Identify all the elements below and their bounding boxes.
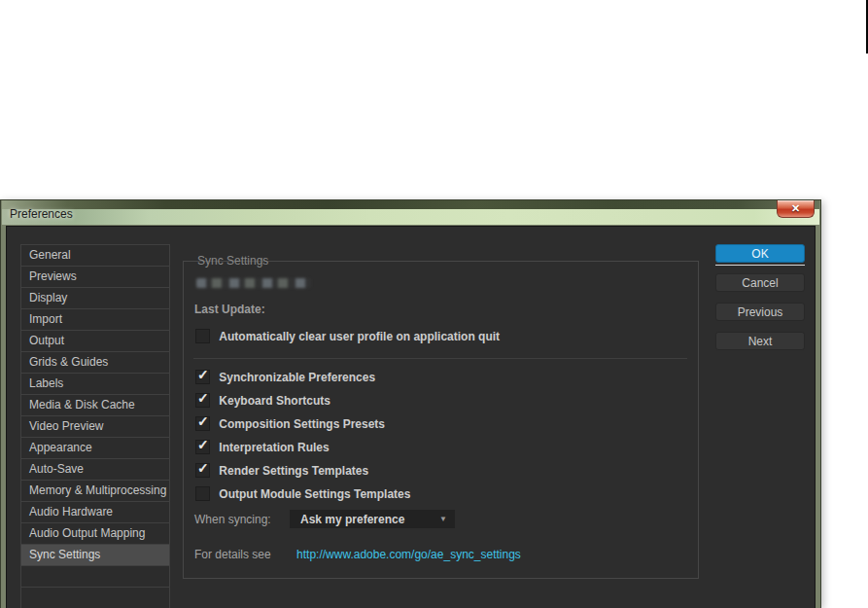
checkbox-icon[interactable]: ✓ [195,440,210,454]
close-icon: ✕ [791,202,800,214]
when-syncing-row: When syncing: Ask my preference ▼ [194,513,271,531]
sidebar-item-audio-hardware[interactable]: Audio Hardware [21,502,169,523]
sync-item-keyboard-shortcuts[interactable]: ✓ Keyboard Shortcuts [195,393,330,409]
cancel-button[interactable]: Cancel [715,273,805,292]
sidebar-item-previews[interactable]: Previews [21,267,169,288]
sidebar-item-media-disk-cache[interactable]: Media & Disk Cache [21,395,169,416]
when-syncing-value: Ask my preference [300,513,404,526]
previous-button[interactable]: Previous [715,303,805,321]
details-row: For details see http://www.adobe.com/go/… [194,548,521,561]
sync-settings-help-link[interactable]: http://www.adobe.com/go/ae_sync_settings [296,548,521,561]
close-button[interactable]: ✕ [777,200,815,218]
when-syncing-label: When syncing: [194,513,271,526]
checkbox-icon[interactable] [195,486,210,501]
sync-item-output-module-settings-templates[interactable]: Output Module Settings Templates [195,486,410,502]
details-label: For details see [194,548,271,561]
dialog-content: General Previews Display Import Output G… [6,226,816,608]
check-icon: ✓ [197,460,209,476]
checkbox-icon[interactable]: ✓ [195,370,210,384]
titlebar[interactable]: Preferences ✕ [2,200,819,225]
checkbox-icon[interactable]: ✓ [195,416,210,431]
sync-settings-group: Sync Settings Last Update: Automatically… [183,261,699,579]
ok-button[interactable]: OK [715,244,805,263]
sync-item-composition-settings-presets[interactable]: ✓ Composition Settings Presets [195,416,385,432]
sidebar-item-output[interactable]: Output [21,331,169,352]
next-button[interactable]: Next [715,332,805,350]
sidebar-item-appearance[interactable]: Appearance [21,438,169,459]
last-update-label: Last Update: [194,303,265,316]
checkbox-icon[interactable]: ✓ [195,463,210,478]
checkbox-icon[interactable] [195,329,210,343]
when-syncing-dropdown[interactable]: Ask my preference ▼ [290,510,455,528]
sidebar-item-display[interactable]: Display [21,288,169,309]
sidebar-item-grids-guides[interactable]: Grids & Guides [21,352,169,374]
window-title: Preferences [10,207,73,221]
sidebar-item-import[interactable]: Import [21,309,169,331]
ok-focus-underline [715,265,805,266]
sidebar-empty-row [21,566,169,588]
sidebar-item-video-preview[interactable]: Video Preview [21,416,169,438]
preferences-dialog: Preferences ✕ General Previews Display I… [0,199,821,608]
check-icon: ✓ [197,390,209,406]
sync-item-synchronizable-preferences[interactable]: ✓ Synchronizable Preferences [195,370,375,385]
sidebar-empty-row [21,588,169,608]
sidebar-item-general[interactable]: General [21,245,169,267]
sync-item-render-settings-templates[interactable]: ✓ Render Settings Templates [195,463,368,479]
signed-in-account-redacted-text [196,278,311,288]
clear-profile-label: Automatically clear user profile on appl… [219,330,500,343]
sidebar-item-auto-save[interactable]: Auto-Save [21,459,169,481]
category-list: General Previews Display Import Output G… [20,244,170,608]
check-icon: ✓ [197,413,209,429]
clear-profile-checkbox-row[interactable]: Automatically clear user profile on appl… [195,329,500,344]
sidebar-item-labels[interactable]: Labels [21,374,169,395]
group-title: Sync Settings [192,254,273,268]
checkbox-icon[interactable]: ✓ [195,393,210,408]
divider [193,358,687,359]
sidebar-item-audio-output-mapping[interactable]: Audio Output Mapping [21,523,169,545]
check-icon: ✓ [197,437,209,452]
sidebar-item-sync-settings[interactable]: Sync Settings [21,545,169,566]
check-icon: ✓ [197,367,209,382]
sidebar-item-memory-multiprocessing[interactable]: Memory & Multiprocessing [21,481,169,502]
sync-item-interpretation-rules[interactable]: ✓ Interpretation Rules [195,440,330,455]
chevron-down-icon: ▼ [439,515,447,523]
